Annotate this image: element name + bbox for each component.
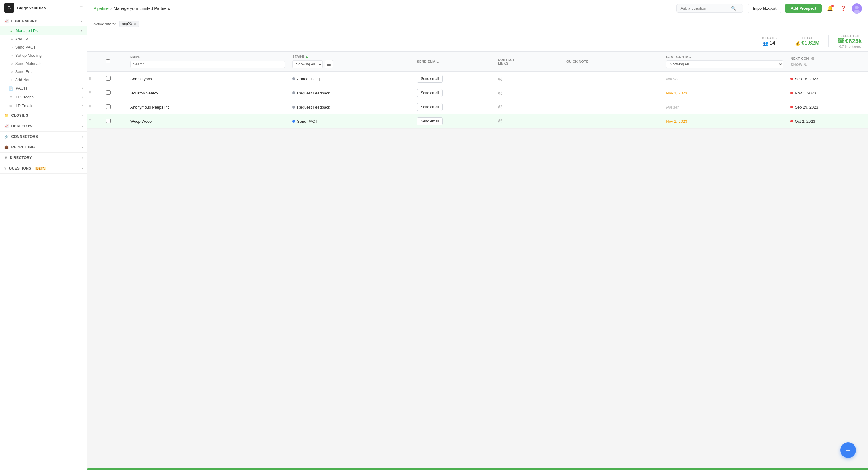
sidebar-subitem-add-note[interactable]: + Add Note — [0, 76, 87, 84]
questions-section-header[interactable]: ? QUESTIONS BETA › — [0, 163, 87, 174]
add-prospect-button[interactable]: Add Prospect — [785, 4, 822, 13]
quick-note-cell[interactable] — [563, 86, 662, 100]
sidebar-item-lp-emails[interactable]: ✉ LP Emails › — [0, 101, 87, 110]
row-checkbox-0[interactable] — [106, 76, 111, 81]
table-row: ⠿ Anonymous Peeps Intl Request Feedback … — [88, 100, 868, 114]
send-email-button[interactable]: Send email — [417, 103, 443, 111]
sidebar-item-pacts[interactable]: 📄 PACTs › — [0, 84, 87, 93]
filter-tag-remove[interactable]: × — [134, 22, 136, 26]
send-email-cell: Send email — [413, 100, 494, 114]
sidebar-subitem-send-pact[interactable]: ○ Send PACT — [0, 43, 87, 51]
stage-dot — [292, 105, 295, 108]
app-logo: G — [4, 3, 14, 13]
drag-handle[interactable]: ⠿ — [88, 72, 102, 86]
fab-add-button[interactable]: + — [840, 442, 856, 458]
table-row: ⠿ Woop Woop Send PACT Send email @ N — [88, 114, 868, 128]
drag-handle[interactable]: ⠿ — [88, 114, 102, 128]
stage-value: Request Feedback — [297, 91, 330, 95]
pacts-label: PACTs — [16, 86, 27, 91]
dealflow-section-header[interactable]: 📈 DEALFLOW › — [0, 121, 87, 131]
lp-stages-chevron: › — [82, 95, 83, 99]
add-note-label: Add Note — [15, 77, 31, 82]
leads-value: 👥 14 — [763, 40, 775, 46]
next-contact-settings-icon[interactable]: ⚙ — [811, 56, 815, 61]
next-contact-value: Sep 29, 2023 — [795, 105, 818, 109]
send-email-button[interactable]: Send email — [417, 89, 443, 97]
help-button[interactable]: ❓ — [838, 4, 848, 13]
fundraising-label: FUNDRAISING — [11, 19, 37, 23]
prospect-name[interactable]: Adam Lyons — [130, 76, 152, 81]
search-icon: 🔍 — [731, 6, 736, 10]
last-contact-filter-select[interactable]: Showing All — [666, 60, 783, 68]
stage-value: Send PACT — [297, 119, 318, 124]
sidebar-subitem-add-lp[interactable]: + Add LP — [0, 35, 87, 43]
notifications-button[interactable]: 🔔 — [825, 4, 835, 13]
closing-section-header[interactable]: 📁 CLOSING › — [0, 111, 87, 121]
import-export-button[interactable]: Import/Export — [748, 4, 781, 13]
th-name: NAME — [127, 52, 289, 72]
stats-divider-2 — [829, 35, 829, 48]
quick-note-cell[interactable] — [563, 114, 662, 128]
main-content: Pipeline › Manage your Limited Partners … — [88, 0, 868, 470]
quick-note-cell[interactable] — [563, 72, 662, 86]
breadcrumb-separator: › — [111, 6, 112, 11]
row-checkbox-cell — [102, 114, 127, 128]
sidebar-subitem-set-up-meeting[interactable]: ○ Set up Meeting — [0, 51, 87, 59]
row-checkbox-1[interactable] — [106, 90, 111, 95]
stage-filter-select[interactable]: Showing All — [292, 60, 323, 68]
th-next-contact-label: NEXT CON — [790, 57, 809, 60]
prospect-name[interactable]: Houston Searcy — [130, 91, 158, 95]
th-check — [102, 52, 127, 72]
directory-section-header[interactable]: ⊞ DIRECTORY › — [0, 153, 87, 163]
sidebar-section-fundraising: 📈 FUNDRAISING ▼ ⊙ Manage LPs ▼ + Add LP … — [0, 16, 87, 111]
row-checkbox-2[interactable] — [106, 104, 111, 109]
next-contact-indicator — [790, 77, 793, 80]
sidebar-collapse-icon[interactable]: ☰ — [79, 6, 83, 10]
drag-handle[interactable]: ⠿ — [88, 86, 102, 100]
table-header-row: NAME STAGE ▲ Showing All — [88, 52, 868, 72]
contact-link-at[interactable]: @ — [498, 104, 503, 109]
sidebar-subitem-send-email[interactable]: ○ Send Email — [0, 68, 87, 76]
next-contact-value: Nov 1, 2023 — [795, 91, 816, 95]
last-contact-value: Not set — [666, 76, 678, 81]
filter-tag-value: sep23 — [122, 22, 132, 26]
send-email-button[interactable]: Send email — [417, 117, 443, 125]
sidebar-item-lp-stages[interactable]: ≡ LP Stages › — [0, 93, 87, 101]
sidebar-subitem-send-materials[interactable]: ○ Send Materials — [0, 59, 87, 68]
prospect-name[interactable]: Anonymous Peeps Intl — [130, 105, 169, 109]
sidebar-section-questions: ? QUESTIONS BETA › — [0, 163, 87, 174]
prospect-name[interactable]: Woop Woop — [130, 119, 152, 124]
contact-link-at[interactable]: @ — [498, 90, 503, 95]
connectors-section-header[interactable]: 🔗 CONNECTORS › — [0, 131, 87, 142]
fundraising-chevron: ▼ — [80, 20, 83, 23]
stage-filter-icon-btn[interactable] — [324, 60, 333, 68]
search-bar[interactable]: 🔍 — [677, 4, 743, 13]
avatar[interactable] — [852, 3, 862, 13]
next-contact-cell: Sep 16, 2023 — [787, 72, 868, 86]
send-email-button[interactable]: Send email — [417, 75, 443, 83]
sidebar-item-manage-lps[interactable]: ⊙ Manage LPs ▼ — [0, 26, 87, 35]
stats-bar: # LEADS 👥 14 TOTAL 💰 €1.62M EXPECTED 🖼 — [88, 31, 868, 52]
quick-note-cell[interactable] — [563, 100, 662, 114]
stat-total: TOTAL 💰 €1.62M — [795, 36, 819, 46]
send-materials-icon: ○ — [11, 62, 13, 65]
drag-handle[interactable]: ⠿ — [88, 100, 102, 114]
select-all-checkbox[interactable] — [106, 59, 110, 63]
svg-rect-5 — [327, 65, 331, 66]
stage-value: Request Feedback — [297, 105, 330, 109]
row-checkbox-cell — [102, 72, 127, 86]
contact-link-at[interactable]: @ — [498, 76, 503, 81]
breadcrumb-root[interactable]: Pipeline — [93, 6, 108, 11]
name-search-input[interactable] — [130, 61, 285, 68]
fundraising-section-header[interactable]: 📈 FUNDRAISING ▼ — [0, 16, 87, 26]
expected-label: EXPECTED — [841, 34, 860, 38]
row-checkbox-3[interactable] — [106, 119, 111, 123]
prospect-name-cell: Adam Lyons — [127, 72, 289, 86]
row-checkbox-cell — [102, 100, 127, 114]
contact-link-at[interactable]: @ — [498, 119, 503, 124]
search-input[interactable] — [680, 6, 728, 10]
contact-links-cell: @ — [494, 86, 563, 100]
next-contact-cell: Oct 2, 2023 — [787, 114, 868, 128]
stage-pill: Send PACT — [292, 119, 409, 124]
recruiting-section-header[interactable]: 💼 RECRUITING › — [0, 142, 87, 152]
